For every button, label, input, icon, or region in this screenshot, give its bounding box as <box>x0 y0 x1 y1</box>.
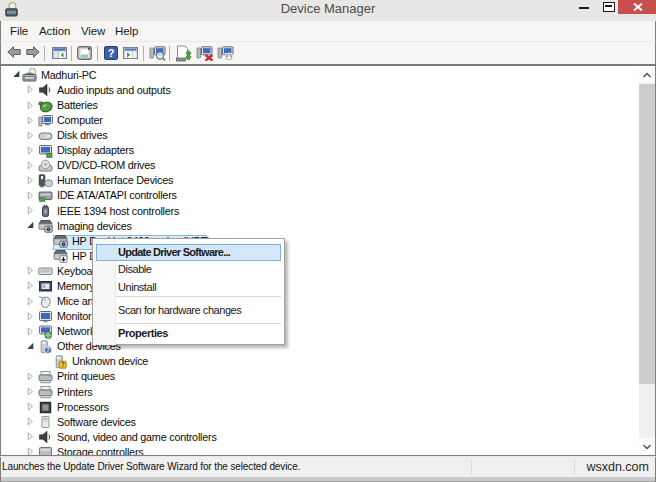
svg-text:?: ? <box>108 47 115 59</box>
svg-text:?: ? <box>61 361 65 368</box>
svg-text:?: ? <box>46 346 50 353</box>
